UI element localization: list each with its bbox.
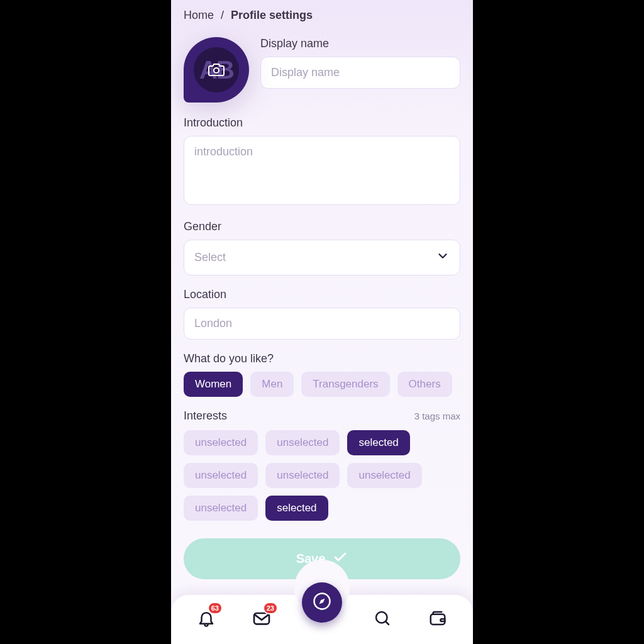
interest-chip-3[interactable]: unselected	[184, 463, 258, 488]
display-name-label: Display name	[260, 37, 460, 50]
interest-chip-1[interactable]: unselected	[265, 430, 340, 455]
nav-explore-button[interactable]	[302, 582, 342, 623]
interest-chip-0[interactable]: unselected	[184, 430, 258, 455]
notifications-badge: 63	[208, 602, 223, 614]
location-label: Location	[184, 288, 460, 301]
gender-selected-value: Select	[194, 251, 226, 264]
messages-badge: 23	[263, 602, 278, 614]
content: Home / Profile settings AB Display name	[171, 0, 473, 584]
gender-label: Gender	[184, 220, 460, 233]
svg-rect-2	[254, 613, 269, 624]
preference-chip-2[interactable]: Transgenders	[301, 372, 389, 397]
interests-hint: 3 tags max	[414, 411, 460, 421]
nav-search[interactable]	[367, 604, 397, 635]
breadcrumb-separator: /	[221, 9, 224, 21]
nav-wallet[interactable]	[423, 604, 453, 635]
interests-chips: unselectedunselectedselectedunselectedun…	[184, 430, 460, 521]
nav-notifications[interactable]: 63	[191, 604, 221, 635]
svg-point-0	[214, 68, 219, 73]
interest-chip-2[interactable]: selected	[347, 430, 409, 455]
preferences-chips: WomenMenTransgendersOthers	[184, 372, 460, 397]
search-icon	[373, 609, 392, 630]
chevron-down-icon	[436, 249, 450, 266]
compass-icon	[313, 592, 331, 613]
interest-chip-6[interactable]: unselected	[184, 496, 258, 521]
bottom-nav: 63 23	[171, 584, 473, 644]
breadcrumb: Home / Profile settings	[184, 9, 460, 22]
app-screen: Home / Profile settings AB Display name	[171, 0, 473, 644]
gender-select[interactable]: Select	[184, 240, 460, 275]
breadcrumb-current: Profile settings	[231, 9, 313, 21]
preference-chip-1[interactable]: Men	[250, 372, 294, 397]
preferences-label: What do you like?	[184, 352, 460, 365]
interest-chip-7[interactable]: selected	[265, 496, 328, 521]
interests-label: Interests	[184, 409, 227, 423]
preference-chip-3[interactable]: Others	[397, 372, 452, 397]
preference-chip-0[interactable]: Women	[184, 372, 243, 397]
location-input[interactable]: London	[184, 308, 460, 340]
breadcrumb-home[interactable]: Home	[184, 9, 214, 21]
display-name-input[interactable]	[260, 57, 460, 89]
introduction-input[interactable]	[184, 136, 460, 205]
interest-chip-5[interactable]: unselected	[347, 463, 421, 488]
interest-chip-4[interactable]: unselected	[265, 463, 340, 488]
wallet-icon	[428, 609, 447, 630]
introduction-label: Introduction	[184, 116, 460, 130]
nav-messages[interactable]: 23	[247, 604, 277, 635]
camera-icon	[208, 62, 225, 77]
avatar-upload[interactable]: AB	[184, 37, 249, 103]
